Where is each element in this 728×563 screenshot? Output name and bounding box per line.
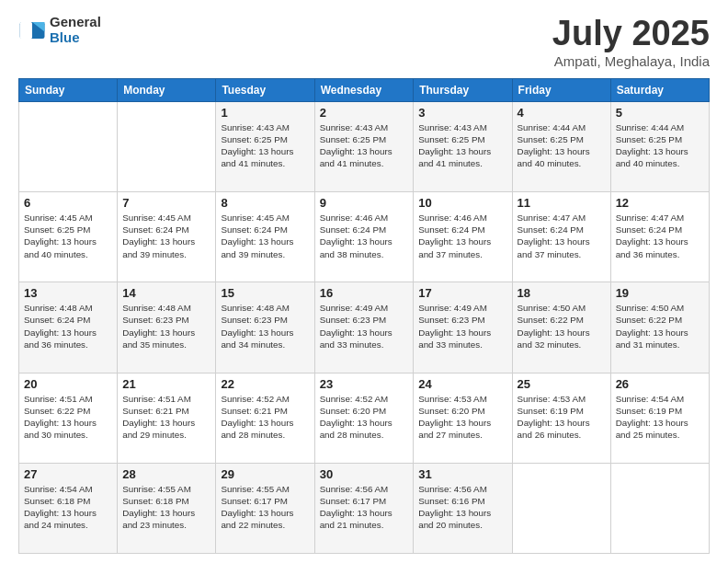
logo-blue-text: Blue xyxy=(50,30,101,46)
weekday-header-row: Sunday Monday Tuesday Wednesday Thursday… xyxy=(19,78,710,101)
cell-content: Sunrise: 4:50 AM Sunset: 6:22 PM Dayligh… xyxy=(616,302,704,350)
cell-content: Sunrise: 4:53 AM Sunset: 6:19 PM Dayligh… xyxy=(518,393,606,442)
cell-content: Sunrise: 4:43 AM Sunset: 6:25 PM Dayligh… xyxy=(320,121,409,170)
cell-content: Sunrise: 4:55 AM Sunset: 6:18 PM Dayligh… xyxy=(122,483,210,532)
logo-general-text: General xyxy=(50,15,101,30)
cell-content: Sunrise: 4:56 AM Sunset: 6:17 PM Dayligh… xyxy=(320,483,409,532)
cell-content: Sunrise: 4:47 AM Sunset: 6:24 PM Dayligh… xyxy=(518,212,606,260)
day-number: 22 xyxy=(221,377,309,391)
table-cell xyxy=(118,101,216,191)
table-cell: 21Sunrise: 4:51 AM Sunset: 6:21 PM Dayli… xyxy=(118,373,216,463)
table-cell: 24Sunrise: 4:53 AM Sunset: 6:20 PM Dayli… xyxy=(414,373,512,463)
table-cell: 26Sunrise: 4:54 AM Sunset: 6:19 PM Dayli… xyxy=(610,373,709,463)
day-number: 24 xyxy=(418,377,506,391)
day-number: 9 xyxy=(320,196,409,210)
day-number: 27 xyxy=(24,467,112,481)
cell-content: Sunrise: 4:54 AM Sunset: 6:18 PM Dayligh… xyxy=(24,483,112,532)
day-number: 3 xyxy=(418,106,506,120)
table-cell: 9Sunrise: 4:46 AM Sunset: 6:24 PM Daylig… xyxy=(314,192,414,282)
cell-content: Sunrise: 4:45 AM Sunset: 6:24 PM Dayligh… xyxy=(122,212,210,260)
cell-content: Sunrise: 4:43 AM Sunset: 6:25 PM Dayligh… xyxy=(221,121,309,170)
day-number: 10 xyxy=(418,196,506,210)
day-number: 29 xyxy=(221,467,309,481)
logo-text: General Blue xyxy=(50,15,101,45)
cell-content: Sunrise: 4:46 AM Sunset: 6:24 PM Dayligh… xyxy=(320,212,409,260)
week-row-3: 13Sunrise: 4:48 AM Sunset: 6:24 PM Dayli… xyxy=(19,282,710,373)
day-number: 17 xyxy=(418,286,506,300)
location-title: Ampati, Meghalaya, India xyxy=(552,53,710,69)
table-cell: 8Sunrise: 4:45 AM Sunset: 6:24 PM Daylig… xyxy=(216,192,314,282)
calendar-table: Sunday Monday Tuesday Wednesday Thursday… xyxy=(18,78,710,554)
day-number: 11 xyxy=(518,196,606,210)
table-cell: 16Sunrise: 4:49 AM Sunset: 6:23 PM Dayli… xyxy=(314,282,414,373)
cell-content: Sunrise: 4:53 AM Sunset: 6:20 PM Dayligh… xyxy=(418,393,506,442)
table-cell: 14Sunrise: 4:48 AM Sunset: 6:23 PM Dayli… xyxy=(118,282,216,373)
table-cell: 3Sunrise: 4:43 AM Sunset: 6:25 PM Daylig… xyxy=(414,101,512,191)
day-number: 20 xyxy=(24,377,112,391)
cell-content: Sunrise: 4:45 AM Sunset: 6:24 PM Dayligh… xyxy=(221,212,309,260)
table-cell: 23Sunrise: 4:52 AM Sunset: 6:20 PM Dayli… xyxy=(314,373,414,463)
day-number: 21 xyxy=(122,377,210,391)
day-number: 25 xyxy=(518,377,606,391)
cell-content: Sunrise: 4:43 AM Sunset: 6:25 PM Dayligh… xyxy=(418,121,506,170)
header-saturday: Saturday xyxy=(610,78,709,101)
table-cell: 20Sunrise: 4:51 AM Sunset: 6:22 PM Dayli… xyxy=(19,373,118,463)
cell-content: Sunrise: 4:56 AM Sunset: 6:16 PM Dayligh… xyxy=(418,483,506,532)
week-row-2: 6Sunrise: 4:45 AM Sunset: 6:25 PM Daylig… xyxy=(19,192,710,282)
day-number: 13 xyxy=(24,286,112,300)
table-cell: 2Sunrise: 4:43 AM Sunset: 6:25 PM Daylig… xyxy=(314,101,414,191)
day-number: 30 xyxy=(320,467,409,481)
table-cell: 15Sunrise: 4:48 AM Sunset: 6:23 PM Dayli… xyxy=(216,282,314,373)
table-cell: 1Sunrise: 4:43 AM Sunset: 6:25 PM Daylig… xyxy=(216,101,314,191)
day-number: 1 xyxy=(221,106,309,120)
cell-content: Sunrise: 4:51 AM Sunset: 6:21 PM Dayligh… xyxy=(122,393,210,442)
table-cell xyxy=(610,463,709,553)
table-cell: 13Sunrise: 4:48 AM Sunset: 6:24 PM Dayli… xyxy=(19,282,118,373)
table-cell: 22Sunrise: 4:52 AM Sunset: 6:21 PM Dayli… xyxy=(216,373,314,463)
logo-icon xyxy=(18,17,46,44)
day-number: 31 xyxy=(418,467,506,481)
table-cell: 11Sunrise: 4:47 AM Sunset: 6:24 PM Dayli… xyxy=(512,192,610,282)
week-row-1: 1Sunrise: 4:43 AM Sunset: 6:25 PM Daylig… xyxy=(19,101,710,191)
day-number: 2 xyxy=(320,106,409,120)
day-number: 7 xyxy=(122,196,210,210)
day-number: 23 xyxy=(320,377,409,391)
cell-content: Sunrise: 4:47 AM Sunset: 6:24 PM Dayligh… xyxy=(616,212,704,260)
title-block: July 2025 Ampati, Meghalaya, India xyxy=(552,15,710,69)
header-sunday: Sunday xyxy=(19,78,118,101)
table-cell: 4Sunrise: 4:44 AM Sunset: 6:25 PM Daylig… xyxy=(512,101,610,191)
cell-content: Sunrise: 4:48 AM Sunset: 6:23 PM Dayligh… xyxy=(221,302,309,350)
table-cell: 6Sunrise: 4:45 AM Sunset: 6:25 PM Daylig… xyxy=(19,192,118,282)
cell-content: Sunrise: 4:54 AM Sunset: 6:19 PM Dayligh… xyxy=(616,393,704,442)
cell-content: Sunrise: 4:48 AM Sunset: 6:24 PM Dayligh… xyxy=(24,302,112,350)
day-number: 19 xyxy=(616,286,704,300)
logo: General Blue xyxy=(18,15,101,45)
cell-content: Sunrise: 4:55 AM Sunset: 6:17 PM Dayligh… xyxy=(221,483,309,532)
cell-content: Sunrise: 4:44 AM Sunset: 6:25 PM Dayligh… xyxy=(518,121,606,170)
day-number: 15 xyxy=(221,286,309,300)
table-cell: 19Sunrise: 4:50 AM Sunset: 6:22 PM Dayli… xyxy=(610,282,709,373)
header-monday: Monday xyxy=(118,78,216,101)
header-tuesday: Tuesday xyxy=(216,78,314,101)
day-number: 28 xyxy=(122,467,210,481)
calendar-page: General Blue July 2025 Ampati, Meghalaya… xyxy=(0,0,728,563)
svg-rect-2 xyxy=(20,22,33,39)
cell-content: Sunrise: 4:49 AM Sunset: 6:23 PM Dayligh… xyxy=(320,302,409,350)
table-cell: 28Sunrise: 4:55 AM Sunset: 6:18 PM Dayli… xyxy=(118,463,216,553)
cell-content: Sunrise: 4:45 AM Sunset: 6:25 PM Dayligh… xyxy=(24,212,112,260)
cell-content: Sunrise: 4:49 AM Sunset: 6:23 PM Dayligh… xyxy=(418,302,506,350)
header-wednesday: Wednesday xyxy=(314,78,414,101)
table-cell: 17Sunrise: 4:49 AM Sunset: 6:23 PM Dayli… xyxy=(414,282,512,373)
table-cell: 29Sunrise: 4:55 AM Sunset: 6:17 PM Dayli… xyxy=(216,463,314,553)
day-number: 18 xyxy=(518,286,606,300)
cell-content: Sunrise: 4:52 AM Sunset: 6:20 PM Dayligh… xyxy=(320,393,409,442)
header: General Blue July 2025 Ampati, Meghalaya… xyxy=(18,15,710,69)
day-number: 14 xyxy=(122,286,210,300)
table-cell xyxy=(19,101,118,191)
table-cell: 5Sunrise: 4:44 AM Sunset: 6:25 PM Daylig… xyxy=(610,101,709,191)
cell-content: Sunrise: 4:48 AM Sunset: 6:23 PM Dayligh… xyxy=(122,302,210,350)
cell-content: Sunrise: 4:52 AM Sunset: 6:21 PM Dayligh… xyxy=(221,393,309,442)
cell-content: Sunrise: 4:51 AM Sunset: 6:22 PM Dayligh… xyxy=(24,393,112,442)
table-cell: 25Sunrise: 4:53 AM Sunset: 6:19 PM Dayli… xyxy=(512,373,610,463)
table-cell: 18Sunrise: 4:50 AM Sunset: 6:22 PM Dayli… xyxy=(512,282,610,373)
